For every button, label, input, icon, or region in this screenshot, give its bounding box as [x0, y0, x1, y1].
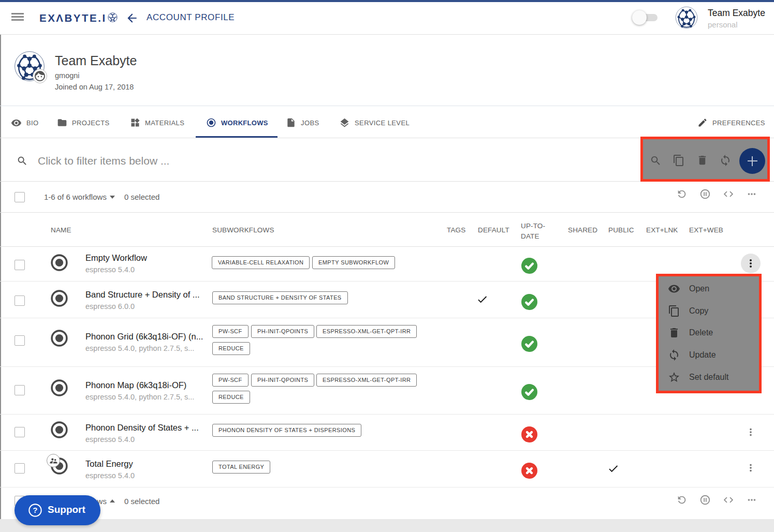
svg-text:?: ? [33, 506, 37, 514]
